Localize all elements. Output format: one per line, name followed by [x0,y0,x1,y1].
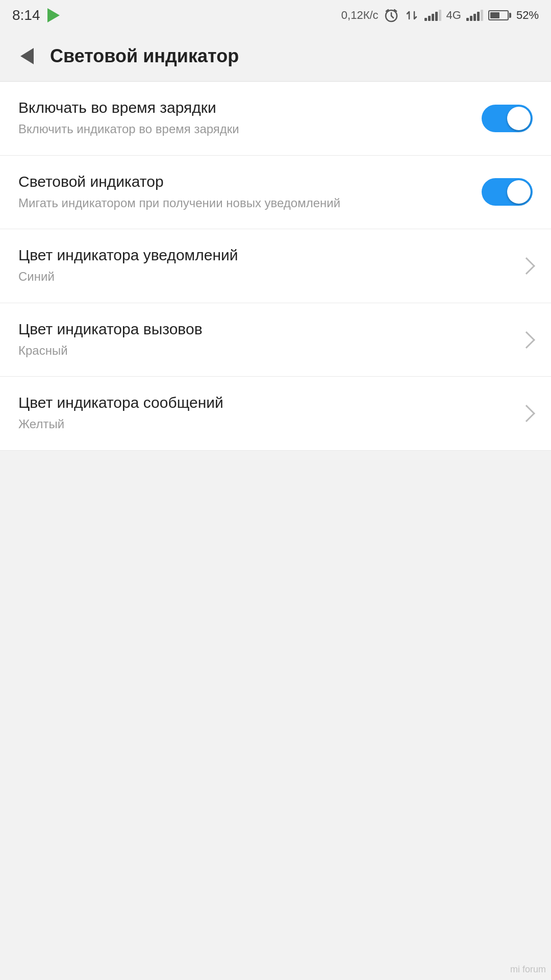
setting-notification-color-title: Цвет индикатора уведомлений [18,247,505,264]
setting-notification-color[interactable]: Цвет индикатора уведомлений Синий [0,229,551,303]
battery-icon [488,10,511,20]
status-bar: 8:14 0,12К/с 4G [0,0,551,31]
setting-charging-indicator[interactable]: Включать во время зарядки Включить индик… [0,82,551,156]
setting-message-color[interactable]: Цвет индикатора сообщений Желтый [0,377,551,451]
chevron-right-icon-2 [518,331,535,349]
light-toggle[interactable] [482,178,533,206]
data-transfer-icon [404,8,419,23]
charging-toggle-thumb [507,107,531,130]
svg-line-3 [391,16,393,18]
setting-light-indicator-title: Световой индикатор [18,173,466,190]
light-toggle-track [482,178,533,206]
setting-message-color-subtitle: Желтый [18,415,505,433]
app-bar: Световой индикатор [0,31,551,82]
setting-message-color-text: Цвет индикатора сообщений Желтый [18,394,520,433]
setting-call-color-title: Цвет индикатора вызовов [18,321,505,338]
status-bar-left: 8:14 [12,7,62,23]
setting-light-indicator-text: Световой индикатор Мигать индикатором пр… [18,173,482,212]
setting-notification-color-text: Цвет индикатора уведомлений Синий [18,247,520,285]
setting-light-indicator-subtitle: Мигать индикатором при получении новых у… [18,194,466,212]
alarm-icon [384,8,399,23]
setting-notification-color-subtitle: Синий [18,268,505,285]
back-arrow-icon [20,48,34,64]
light-toggle-thumb [507,180,531,204]
setting-charging-indicator-text: Включать во время зарядки Включить индик… [18,99,482,138]
charging-toggle[interactable] [482,105,533,132]
battery-percent: 52% [516,9,539,22]
setting-call-color[interactable]: Цвет индикатора вызовов Красный [0,303,551,377]
setting-charging-indicator-title: Включать во время зарядки [18,99,466,116]
chevron-right-icon-3 [518,405,535,422]
setting-call-color-subtitle: Красный [18,342,505,359]
status-bar-right: 0,12К/с 4G [341,8,539,23]
play-store-icon [45,7,62,23]
watermark: mi forum [510,964,546,975]
settings-content: Включать во время зарядки Включить индик… [0,82,551,451]
setting-light-indicator[interactable]: Световой индикатор Мигать индикатором пр… [0,156,551,230]
network-type: 4G [446,9,461,22]
setting-message-color-title: Цвет индикатора сообщений [18,394,505,411]
setting-call-color-text: Цвет индикатора вызовов Красный [18,321,520,359]
back-button[interactable] [14,43,40,69]
network-info: 0,12К/с [341,9,379,22]
svg-marker-0 [47,8,60,22]
status-time: 8:14 [12,7,40,23]
signal-bars [424,10,441,21]
setting-charging-indicator-subtitle: Включить индикатор во время зарядки [18,120,466,138]
signal-bars-2 [466,10,483,21]
page-title: Световой индикатор [50,45,239,67]
chevron-right-icon [518,257,535,275]
charging-toggle-track [482,105,533,132]
